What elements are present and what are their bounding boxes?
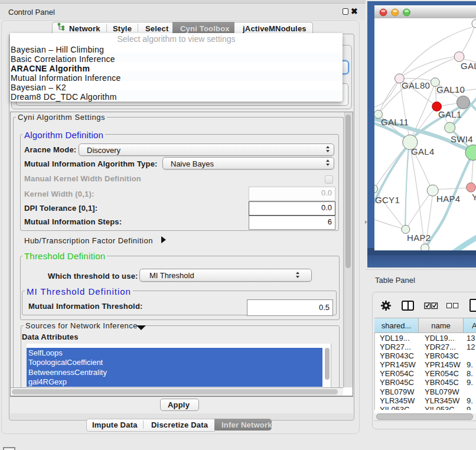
svg-text:GAL10: GAL10 [436,84,465,94]
svg-text:HAP4: HAP4 [436,194,460,204]
svg-text:GAL11: GAL11 [381,117,409,127]
svg-text:HAP2: HAP2 [407,233,431,243]
svg-text:GAL: GAL [461,61,476,71]
svg-text:Y: Y [472,192,476,202]
svg-text:GAL1: GAL1 [438,109,462,119]
svg-text:GCY1: GCY1 [375,195,400,205]
svg-text:GAL80: GAL80 [402,80,430,90]
svg-text:GAL4: GAL4 [411,146,435,156]
svg-text:SWI4: SWI4 [451,134,473,144]
